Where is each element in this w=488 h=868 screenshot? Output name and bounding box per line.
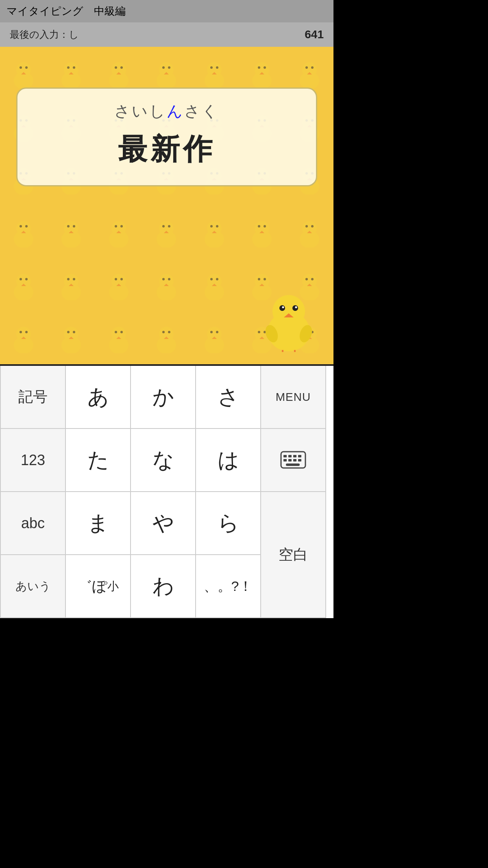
last-input-label: 最後の入力：し [10,28,79,41]
svg-point-28 [258,66,260,69]
svg-point-176 [16,327,31,341]
svg-point-126 [207,221,222,236]
svg-point-169 [264,278,266,280]
svg-point-138 [305,225,308,227]
svg-rect-235 [298,459,301,461]
svg-point-211 [272,295,305,328]
svg-point-166 [255,274,269,289]
keyboard-area: 記号 あ か さ MENU 123 た な は abc ま [0,364,333,618]
svg-point-123 [162,225,165,227]
key-menu[interactable]: MENU [261,366,326,429]
chick-pattern-cell [0,258,48,311]
key-sa[interactable]: さ [196,366,261,429]
svg-point-9 [73,66,75,69]
svg-point-154 [120,278,123,280]
key-aiueo[interactable]: あいう [1,555,66,618]
svg-point-153 [115,278,117,280]
svg-point-11 [111,62,126,77]
key-na[interactable]: な [131,429,196,492]
key-ka[interactable]: か [131,366,196,429]
svg-point-18 [162,66,165,69]
svg-point-118 [115,225,117,227]
svg-point-173 [305,278,308,280]
furigana-highlight: ん [167,103,184,120]
score-display: 641 [305,28,324,41]
chick-pattern-cell [143,311,190,364]
key-a[interactable]: あ [66,366,131,429]
word-card: さいしんさく 最新作 [16,87,317,186]
svg-point-121 [159,221,174,236]
chick-pattern-cell [143,258,190,311]
chick-svg [260,287,317,352]
svg-point-189 [120,331,123,333]
svg-point-213 [282,306,284,308]
svg-point-178 [20,331,22,333]
kanji-display: 最新作 [34,130,300,169]
svg-point-129 [216,225,218,227]
svg-point-151 [111,274,126,289]
svg-point-26 [255,62,269,77]
svg-point-29 [264,66,266,69]
svg-point-106 [16,221,31,236]
key-keyboard-icon[interactable] [261,429,326,492]
keyboard-grid: 記号 あ か さ MENU 123 た な は abc ま [0,366,333,618]
svg-point-215 [295,306,297,308]
furigana-before: さいし [114,103,167,120]
svg-point-109 [25,225,28,227]
svg-point-163 [210,278,213,280]
furigana-display: さいしんさく [34,101,300,122]
svg-point-13 [115,66,117,69]
key-kigou[interactable]: 記号 [1,366,66,429]
key-space[interactable]: 空白 [261,492,326,618]
svg-point-24 [216,66,218,69]
svg-point-31 [302,62,317,77]
app-title: マイタイピング 中級編 [7,4,126,18]
svg-point-3 [20,66,22,69]
svg-point-136 [302,221,317,236]
svg-rect-228 [283,455,287,457]
chick-pattern-cell [48,311,95,364]
key-dakuten-small[interactable]: ゛ぽ小 [66,555,131,618]
key-abc[interactable]: abc [1,492,66,555]
chick-pattern-cell [0,311,48,364]
key-punctuation[interactable]: 、。?！ [196,555,261,618]
svg-point-168 [258,278,260,280]
svg-point-6 [64,62,78,77]
key-ma[interactable]: ま [66,492,131,555]
key-123[interactable]: 123 [1,429,66,492]
svg-point-116 [111,221,126,236]
chick-pattern-cell [191,258,238,311]
svg-point-184 [73,331,75,333]
svg-rect-230 [293,455,296,457]
key-ta[interactable]: た [66,429,131,492]
svg-point-171 [302,274,317,289]
svg-point-146 [64,274,78,289]
chick-pattern-cell [95,206,143,258]
svg-point-131 [255,221,269,236]
svg-point-134 [264,225,266,227]
svg-point-8 [67,66,70,69]
key-wa[interactable]: わ [131,555,196,618]
svg-point-148 [67,278,70,280]
svg-point-212 [279,305,285,311]
chick-pattern-cell [286,206,333,258]
svg-point-159 [168,278,170,280]
svg-point-198 [210,331,213,333]
svg-point-14 [120,66,123,69]
svg-point-108 [20,225,22,227]
svg-point-149 [73,278,75,280]
svg-point-34 [311,66,314,69]
key-ya[interactable]: や [131,492,196,555]
chick-pattern-cell [95,258,143,311]
svg-point-128 [210,225,213,227]
svg-point-23 [210,66,213,69]
key-ha[interactable]: は [196,429,261,492]
svg-point-183 [67,331,70,333]
svg-point-143 [20,278,22,280]
svg-point-193 [162,331,165,333]
svg-point-119 [120,225,123,227]
key-ra[interactable]: ら [196,492,261,555]
status-bar: 最後の入力：し 641 [0,22,333,47]
chick-pattern-cell [48,258,95,311]
svg-point-203 [258,331,260,333]
